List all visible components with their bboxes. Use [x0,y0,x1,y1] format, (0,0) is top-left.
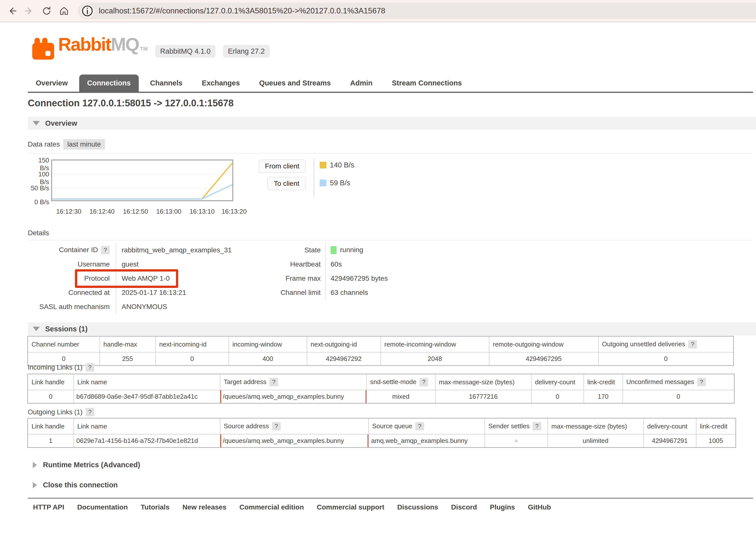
tab-queues-and-streams[interactable]: Queues and Streams [251,74,339,92]
help-icon[interactable]: ? [688,340,697,349]
close-connection-section-header[interactable]: Close this connection [28,481,118,489]
fact-row-protocol: Protocol Web AMQP 1-0 [28,271,241,286]
tab-channels[interactable]: Channels [142,74,191,92]
footer-link-discussions[interactable]: Discussions [397,503,438,511]
data-rates-chart: 150 B/s 100 B/s 50 B/s 0 B/s 16:12:30 16… [28,159,425,221]
y-tick: 50 B/s [28,184,49,192]
outgoing-links-table: Link handle Link name Source address? So… [27,418,736,448]
incoming-links-data-row: 0 b67d8689-0a6e-3e47-95df-87abb1e2a41c /… [28,390,734,404]
chevron-down-icon [33,121,40,125]
site-info-icon[interactable] [80,4,94,18]
main-nav-tabs: Overview Connections Channels Exchanges … [28,74,753,93]
tab-stream-connections[interactable]: Stream Connections [384,74,470,92]
sessions-section-label: Sessions (1) [45,325,88,333]
tab-connections[interactable]: Connections [79,74,139,92]
data-rates-label: Data rates [28,140,60,148]
rabbitmq-logo-icon [31,38,56,60]
app-header: RabbitMQTM RabbitMQ 4.1.0 Erlang 27.2 [31,35,270,60]
footer-link-new-releases[interactable]: New releases [182,503,226,511]
footer-link-discord[interactable]: Discord [451,503,477,511]
incoming-links-table: Link handle Link name Target address? sn… [27,374,735,404]
chevron-down-icon [33,327,40,331]
rabbitmq-logo-text[interactable]: RabbitMQTM [58,34,148,60]
rate-mode-chip[interactable]: last minute [63,139,105,149]
erlang-version-badge: Erlang 27.2 [223,45,270,58]
footer-link-documentation[interactable]: Documentation [77,503,128,511]
footer-link-github[interactable]: GitHub [528,503,551,511]
home-icon[interactable] [59,5,69,16]
fact-row-frame-max: Frame max 4294967295 bytes [246,271,420,286]
sessions-section-header[interactable]: Sessions (1) [28,323,756,335]
reload-icon[interactable] [41,5,52,16]
outgoing-links-header-row: Link handle Link name Source address? So… [28,418,736,435]
help-icon[interactable]: ? [272,422,281,431]
tab-admin[interactable]: Admin [342,74,380,92]
chart-plot-area [51,159,233,201]
fact-row-channel-limit: Channel limit 63 channels [246,286,420,300]
footer-link-commercial-edition[interactable]: Commercial edition [239,503,304,511]
to-client-line [52,184,232,199]
x-tick: 16:12:50 [118,208,153,215]
chevron-right-icon [33,462,37,468]
to-client-rate: 59 B/s [320,179,350,187]
from-client-legend-button[interactable]: From client [259,159,306,173]
help-icon[interactable]: ? [86,363,94,372]
chevron-right-icon [33,482,37,488]
sessions-data-row: 0 255 0 400 4294967292 2048 4294967295 0 [28,352,734,366]
overview-section-header[interactable]: Overview [28,117,756,130]
fact-row-connected-at: Connected at 2025-01-17 16:13:21 [28,286,241,300]
to-client-swatch [320,179,326,186]
from-client-rate: 140 B/s [320,161,354,169]
to-client-legend-button[interactable]: To client [267,177,306,190]
outgoing-links-data-row: 1 0629e7a1-4156-b146-a752-f7b40e1e821d /… [28,434,736,448]
from-client-swatch [320,162,326,168]
x-tick: 16:12:40 [85,208,119,215]
fact-row-username: Username guest [28,257,241,271]
running-status-swatch [331,246,337,254]
help-icon[interactable]: ? [697,378,706,386]
back-icon[interactable] [6,5,17,16]
details-heading: Details [28,229,753,240]
details-right-table: State running Heartbeat 60s Frame max 42… [246,243,420,300]
y-tick: 150 B/s [28,156,49,172]
from-client-line [52,163,232,199]
fact-row-state: State running [246,243,420,257]
x-tick: 16:12:30 [51,208,86,215]
data-rates-heading: Data rates last minute [28,139,753,153]
runtime-metrics-section-header[interactable]: Runtime Metrics (Advanced) [28,461,140,469]
chart-legend-buttons: From client To client [252,159,306,194]
fact-row-container-id: Container ID? rabbitmq_web_amqp_examples… [28,243,241,257]
rabbitmq-connection-page: localhost:15672/#/connections/127.0.0.1%… [0,0,756,546]
y-tick: 0 B/s [28,198,49,206]
x-tick: 16:13:10 [185,208,219,215]
url-bar[interactable]: localhost:15672/#/connections/127.0.0.1%… [78,3,756,19]
incoming-links-header-row: Link handle Link name Target address? sn… [28,374,734,390]
footer-link-plugins[interactable]: Plugins [490,503,515,511]
sessions-table: Channel number handle-max next-incoming-… [27,336,734,366]
fact-row-sasl: SASL auth mechanism ANONYMOUS [28,300,241,314]
outgoing-links-heading: Outgoing Links (1)? [28,408,94,416]
footer-link-tutorials[interactable]: Tutorials [141,503,170,511]
tab-exchanges[interactable]: Exchanges [194,74,248,92]
footer-divider [28,498,753,499]
help-icon[interactable]: ? [101,246,110,254]
incoming-links-heading: Incoming Links (1)? [28,363,94,372]
details-left-table: Container ID? rabbitmq_web_amqp_examples… [28,243,241,314]
footer-link-commercial-support[interactable]: Commercial support [317,503,384,511]
help-icon[interactable]: ? [269,378,278,386]
help-icon[interactable]: ? [86,408,94,416]
footer-link-http-api[interactable]: HTTP API [33,503,64,511]
rabbitmq-version-badge: RabbitMQ 4.1.0 [155,45,215,58]
help-icon[interactable]: ? [419,378,428,386]
help-icon[interactable]: ? [533,422,541,431]
page-title: Connection 127.0.0.1:58015 -> 127.0.0.1:… [28,98,234,108]
tab-overview[interactable]: Overview [28,74,76,92]
fact-row-heartbeat: Heartbeat 60s [246,257,420,271]
forward-icon[interactable] [24,5,35,16]
help-icon[interactable]: ? [415,422,424,431]
x-tick: 16:13:20 [217,208,251,215]
legend-divider [314,159,314,197]
url-text[interactable]: localhost:15672/#/connections/127.0.0.1%… [99,6,385,15]
y-tick: 100 B/s [28,170,49,186]
x-tick: 16:13:00 [151,208,186,215]
